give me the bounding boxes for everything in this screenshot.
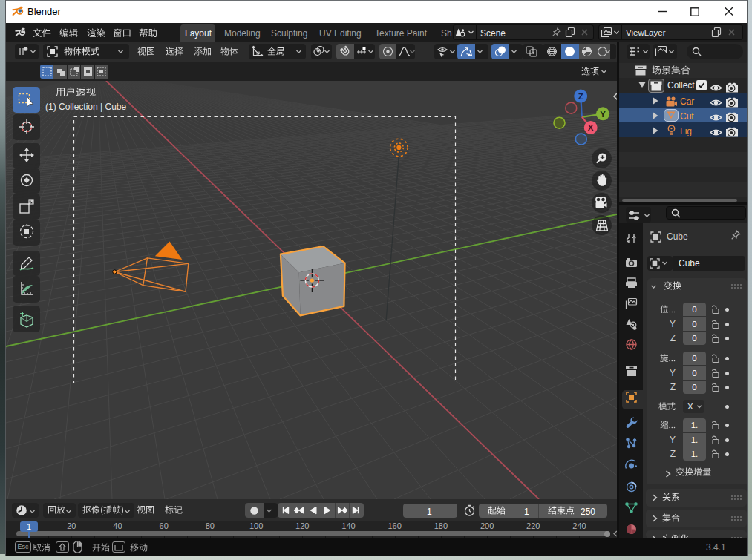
svg-text:X: X <box>587 123 593 132</box>
svg-text:Y: Y <box>600 110 606 119</box>
svg-text:Z: Z <box>578 92 583 101</box>
